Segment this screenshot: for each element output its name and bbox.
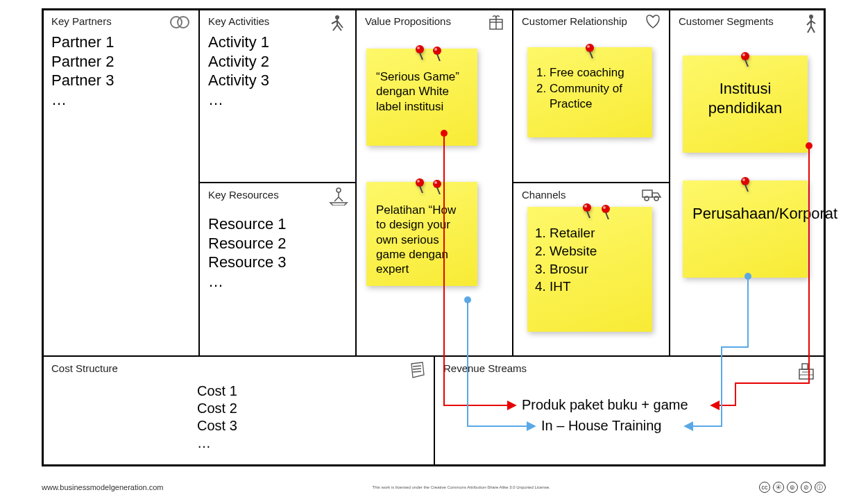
cost-item: Cost 3 (197, 417, 425, 435)
svg-point-27 (584, 205, 587, 208)
footer-license: This work is licensed under the Creative… (373, 485, 550, 489)
gift-icon (487, 14, 505, 35)
svg-rect-9 (799, 369, 813, 379)
truck-icon (641, 187, 662, 205)
pin-icon (599, 204, 612, 223)
block-key-partners: Key Partners Partner 1 Partner 2 Partner… (42, 8, 200, 357)
sticky-text: “Serious Game” dengan White label instit… (376, 70, 459, 113)
svg-point-32 (741, 52, 749, 60)
svg-point-18 (417, 180, 420, 183)
cc-icon: ⊚ (787, 482, 798, 493)
cost-item: Cost 1 (197, 382, 425, 400)
sticky-cs2: Perusahaan/Korporat (683, 180, 808, 278)
revenue-row-1: Produk paket buku + game (522, 397, 688, 413)
svg-line-19 (420, 186, 423, 193)
kr-item: … (208, 272, 347, 292)
block-key-activities: Key Activities Activity 1 Activity 2 Act… (198, 8, 357, 183)
svg-line-28 (587, 211, 590, 218)
block-key-resources: Key Resources Resource 1 Resource 2 Reso… (198, 182, 357, 357)
cc-icon: ④ (773, 482, 784, 493)
sticky-text: Pelatihan “How to design your own seriou… (376, 203, 456, 276)
sticky-cr: Free coaching Community of Practice (527, 47, 652, 137)
activity-icon (329, 14, 348, 36)
svg-line-34 (745, 60, 748, 67)
title-channels: Channels (522, 189, 661, 201)
kp-item: Partner 2 (51, 52, 190, 71)
title-key-resources: Key Resources (208, 189, 347, 201)
ch-item: IHT (550, 278, 643, 295)
sticky-text: Perusahaan/Korporat (692, 205, 837, 222)
cr-list: Free coaching Community of Practice (550, 65, 643, 111)
sticky-channels: Retailer Website Brosur IHT (527, 207, 652, 332)
svg-point-14 (433, 47, 441, 55)
kp-item: Partner 1 (51, 33, 190, 52)
svg-point-8 (809, 15, 813, 19)
title-revenue: Revenue Streams (443, 362, 816, 374)
list-cost: Cost 1 Cost 2 Cost 3 … (197, 382, 425, 452)
svg-point-24 (587, 45, 590, 48)
resource-icon (329, 187, 348, 210)
pin-icon (431, 179, 443, 198)
cr-item: Free coaching (550, 65, 643, 80)
cc-icon: ⊘ (801, 482, 812, 493)
footer: www.businessmodelgeneration.com This wor… (42, 482, 826, 493)
svg-line-37 (745, 185, 748, 192)
svg-point-36 (742, 178, 745, 181)
ch-list: Retailer Website Brosur IHT (550, 225, 643, 295)
sticky-vp1: “Serious Game” dengan White label instit… (366, 49, 477, 146)
cash-register-icon (795, 361, 817, 386)
title-cost: Cost Structure (51, 362, 425, 374)
list-key-partners: Partner 1 Partner 2 Partner 3 … (51, 33, 190, 109)
sticky-cs1: Institusi pendidikan (683, 56, 808, 153)
svg-point-26 (583, 203, 591, 212)
svg-line-13 (420, 53, 423, 60)
ch-item: Retailer (550, 225, 643, 242)
svg-point-23 (586, 44, 594, 52)
pin-icon (431, 46, 443, 65)
cr-item: Community of Practice (550, 81, 643, 111)
svg-point-12 (417, 47, 420, 49)
kr-item: Resource 2 (208, 234, 347, 253)
pin-icon (739, 51, 751, 71)
svg-rect-10 (802, 364, 808, 369)
kp-item: Partner 3 (51, 71, 190, 90)
cc-icons: cc ④ ⊚ ⊘ ⓘ (759, 482, 826, 493)
title-key-activities: Key Activities (208, 15, 347, 27)
cc-icon: cc (759, 482, 770, 493)
svg-line-16 (437, 54, 440, 61)
list-key-activities: Activity 1 Activity 2 Activity 3 … (208, 33, 347, 109)
block-cost-structure: Cost Structure Cost 1 Cost 2 Cost 3 … (42, 355, 435, 466)
svg-point-21 (434, 181, 437, 184)
title-value-props: Value Propositions (365, 15, 504, 27)
kp-item: … (51, 90, 190, 110)
ka-item: Activity 3 (208, 71, 347, 90)
kr-item: Resource 1 (208, 214, 347, 234)
svg-point-1 (178, 17, 189, 28)
sticky-text: Institusi pendidikan (708, 80, 782, 117)
cost-item: … (197, 435, 425, 452)
ka-item: Activity 1 (208, 33, 347, 52)
svg-point-29 (602, 205, 610, 213)
footer-url: www.businessmodelgeneration.com (42, 483, 163, 491)
title-cust-rel: Customer Relationship (522, 15, 661, 27)
paper-icon (407, 361, 427, 383)
ka-item: … (208, 90, 347, 110)
kr-item: Resource 3 (208, 253, 347, 272)
svg-point-35 (741, 177, 749, 185)
pin-icon (414, 178, 426, 196)
svg-point-11 (416, 45, 424, 53)
list-key-resources: Resource 1 Resource 2 Resource 3 … (208, 214, 347, 291)
person-icon (805, 14, 817, 37)
pin-icon (414, 44, 426, 63)
sticky-vp2: Pelatihan “How to design your own seriou… (366, 182, 477, 286)
svg-point-20 (433, 180, 441, 188)
cost-item: Cost 2 (197, 400, 425, 417)
title-cust-seg: Customer Segments (679, 15, 816, 27)
pin-icon (739, 176, 751, 196)
svg-point-2 (335, 15, 339, 19)
svg-point-17 (416, 178, 424, 187)
rings-icon (169, 14, 192, 33)
ch-item: Website (550, 243, 643, 260)
svg-point-30 (603, 206, 606, 209)
heart-icon (644, 14, 662, 33)
